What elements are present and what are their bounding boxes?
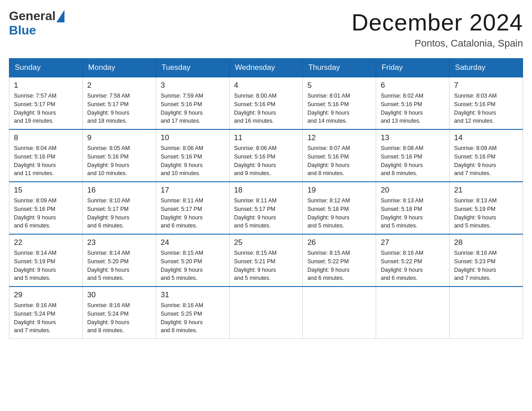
day-info: Sunrise: 8:16 AMSunset: 5:22 PMDaylight:… [381, 249, 445, 283]
day-cell-3: 3Sunrise: 7:59 AMSunset: 5:16 PMDaylight… [156, 77, 229, 129]
day-info: Sunrise: 8:10 AMSunset: 5:17 PMDaylight:… [87, 197, 151, 230]
day-cell-21: 21Sunrise: 8:13 AMSunset: 5:19 PMDayligh… [450, 182, 523, 234]
day-info: Sunrise: 8:09 AMSunset: 5:16 PMDaylight:… [14, 197, 78, 230]
header-cell-saturday: Saturday [450, 59, 523, 77]
day-number: 3 [161, 81, 225, 90]
day-info: Sunrise: 8:01 AMSunset: 5:16 PMDaylight:… [307, 92, 371, 125]
day-number: 31 [161, 291, 225, 300]
day-info: Sunrise: 8:16 AMSunset: 5:24 PMDaylight:… [14, 301, 78, 335]
header-cell-thursday: Thursday [303, 59, 376, 77]
day-cell-30: 30Sunrise: 8:16 AMSunset: 5:24 PMDayligh… [82, 287, 156, 339]
day-cell-13: 13Sunrise: 8:08 AMSunset: 5:16 PMDayligh… [376, 129, 450, 182]
day-info: Sunrise: 8:13 AMSunset: 5:19 PMDaylight:… [454, 197, 518, 230]
day-number: 12 [307, 133, 371, 142]
day-cell-14: 14Sunrise: 8:09 AMSunset: 5:16 PMDayligh… [450, 129, 523, 182]
empty-cell [229, 287, 303, 339]
day-number: 15 [14, 186, 78, 195]
header-cell-friday: Friday [376, 59, 450, 77]
day-cell-23: 23Sunrise: 8:14 AMSunset: 5:20 PMDayligh… [82, 234, 156, 287]
day-number: 7 [454, 81, 518, 90]
day-number: 21 [454, 186, 518, 195]
calendar-table: SundayMondayTuesdayWednesdayThursdayFrid… [9, 58, 523, 339]
title-block: December 2024 Pontos, Catalonia, Spain [352, 9, 523, 49]
day-info: Sunrise: 8:02 AMSunset: 5:16 PMDaylight:… [381, 92, 445, 125]
logo-general-text: General [9, 9, 56, 23]
day-cell-8: 8Sunrise: 8:04 AMSunset: 5:16 PMDaylight… [9, 129, 83, 182]
logo-triangle-icon [56, 10, 64, 22]
day-number: 20 [381, 186, 445, 195]
page-header: General Blue December 2024 Pontos, Catal… [9, 9, 523, 49]
day-number: 10 [161, 133, 225, 142]
calendar-header: SundayMondayTuesdayWednesdayThursdayFrid… [9, 59, 523, 77]
day-info: Sunrise: 8:11 AMSunset: 5:17 PMDaylight:… [234, 197, 298, 230]
day-info: Sunrise: 8:00 AMSunset: 5:16 PMDaylight:… [234, 92, 298, 125]
calendar-body: 1Sunrise: 7:57 AMSunset: 5:17 PMDaylight… [9, 77, 523, 339]
day-number: 17 [161, 186, 225, 195]
day-info: Sunrise: 8:15 AMSunset: 5:21 PMDaylight:… [234, 249, 298, 283]
day-cell-7: 7Sunrise: 8:03 AMSunset: 5:16 PMDaylight… [450, 77, 523, 129]
day-cell-6: 6Sunrise: 8:02 AMSunset: 5:16 PMDaylight… [376, 77, 450, 129]
empty-cell [450, 287, 523, 339]
week-row-5: 29Sunrise: 8:16 AMSunset: 5:24 PMDayligh… [9, 287, 523, 339]
week-row-4: 22Sunrise: 8:14 AMSunset: 5:19 PMDayligh… [9, 234, 523, 287]
day-number: 13 [381, 133, 445, 142]
day-info: Sunrise: 8:16 AMSunset: 5:25 PMDaylight:… [161, 301, 225, 335]
day-info: Sunrise: 8:15 AMSunset: 5:20 PMDaylight:… [161, 249, 225, 283]
day-info: Sunrise: 8:16 AMSunset: 5:24 PMDaylight:… [87, 301, 151, 335]
day-info: Sunrise: 8:06 AMSunset: 5:16 PMDaylight:… [234, 144, 298, 178]
day-info: Sunrise: 8:07 AMSunset: 5:16 PMDaylight:… [307, 144, 371, 178]
day-cell-29: 29Sunrise: 8:16 AMSunset: 5:24 PMDayligh… [9, 287, 83, 339]
day-number: 23 [87, 238, 151, 247]
header-cell-wednesday: Wednesday [229, 59, 303, 77]
day-info: Sunrise: 7:59 AMSunset: 5:16 PMDaylight:… [161, 92, 225, 125]
day-number: 14 [454, 133, 518, 142]
day-cell-22: 22Sunrise: 8:14 AMSunset: 5:19 PMDayligh… [9, 234, 83, 287]
day-info: Sunrise: 8:13 AMSunset: 5:18 PMDaylight:… [381, 197, 445, 230]
calendar-subtitle: Pontos, Catalonia, Spain [352, 38, 523, 49]
day-info: Sunrise: 8:04 AMSunset: 5:16 PMDaylight:… [14, 144, 78, 178]
day-number: 2 [87, 81, 151, 90]
day-info: Sunrise: 8:16 AMSunset: 5:23 PMDaylight:… [454, 249, 518, 283]
empty-cell [376, 287, 450, 339]
day-info: Sunrise: 8:12 AMSunset: 5:18 PMDaylight:… [307, 197, 371, 230]
day-cell-18: 18Sunrise: 8:11 AMSunset: 5:17 PMDayligh… [229, 182, 303, 234]
day-cell-5: 5Sunrise: 8:01 AMSunset: 5:16 PMDaylight… [303, 77, 376, 129]
day-cell-20: 20Sunrise: 8:13 AMSunset: 5:18 PMDayligh… [376, 182, 450, 234]
calendar-title: December 2024 [352, 9, 523, 36]
day-info: Sunrise: 7:58 AMSunset: 5:17 PMDaylight:… [87, 92, 151, 125]
header-cell-monday: Monday [82, 59, 156, 77]
day-cell-17: 17Sunrise: 8:11 AMSunset: 5:17 PMDayligh… [156, 182, 229, 234]
day-number: 19 [307, 186, 371, 195]
day-number: 11 [234, 133, 298, 142]
week-row-2: 8Sunrise: 8:04 AMSunset: 5:16 PMDaylight… [9, 129, 523, 182]
day-cell-26: 26Sunrise: 8:15 AMSunset: 5:22 PMDayligh… [303, 234, 376, 287]
day-number: 16 [87, 186, 151, 195]
day-info: Sunrise: 7:57 AMSunset: 5:17 PMDaylight:… [14, 92, 78, 125]
day-cell-9: 9Sunrise: 8:05 AMSunset: 5:16 PMDaylight… [82, 129, 156, 182]
day-info: Sunrise: 8:08 AMSunset: 5:16 PMDaylight:… [381, 144, 445, 178]
week-row-1: 1Sunrise: 7:57 AMSunset: 5:17 PMDaylight… [9, 77, 523, 129]
day-number: 6 [381, 81, 445, 90]
day-number: 9 [87, 133, 151, 142]
day-number: 25 [234, 238, 298, 247]
day-info: Sunrise: 8:14 AMSunset: 5:20 PMDaylight:… [87, 249, 151, 283]
day-number: 24 [161, 238, 225, 247]
day-number: 26 [307, 238, 371, 247]
logo: General Blue [9, 9, 64, 38]
day-cell-2: 2Sunrise: 7:58 AMSunset: 5:17 PMDaylight… [82, 77, 156, 129]
day-number: 18 [234, 186, 298, 195]
day-cell-16: 16Sunrise: 8:10 AMSunset: 5:17 PMDayligh… [82, 182, 156, 234]
day-number: 30 [87, 291, 151, 300]
day-number: 22 [14, 238, 78, 247]
day-cell-25: 25Sunrise: 8:15 AMSunset: 5:21 PMDayligh… [229, 234, 303, 287]
day-info: Sunrise: 8:05 AMSunset: 5:16 PMDaylight:… [87, 144, 151, 178]
header-cell-sunday: Sunday [9, 59, 83, 77]
header-cell-tuesday: Tuesday [156, 59, 229, 77]
day-info: Sunrise: 8:06 AMSunset: 5:16 PMDaylight:… [161, 144, 225, 178]
logo-blue-text: Blue [9, 23, 36, 38]
day-cell-10: 10Sunrise: 8:06 AMSunset: 5:16 PMDayligh… [156, 129, 229, 182]
day-cell-4: 4Sunrise: 8:00 AMSunset: 5:16 PMDaylight… [229, 77, 303, 129]
day-info: Sunrise: 8:11 AMSunset: 5:17 PMDaylight:… [161, 197, 225, 230]
day-cell-24: 24Sunrise: 8:15 AMSunset: 5:20 PMDayligh… [156, 234, 229, 287]
day-cell-28: 28Sunrise: 8:16 AMSunset: 5:23 PMDayligh… [450, 234, 523, 287]
